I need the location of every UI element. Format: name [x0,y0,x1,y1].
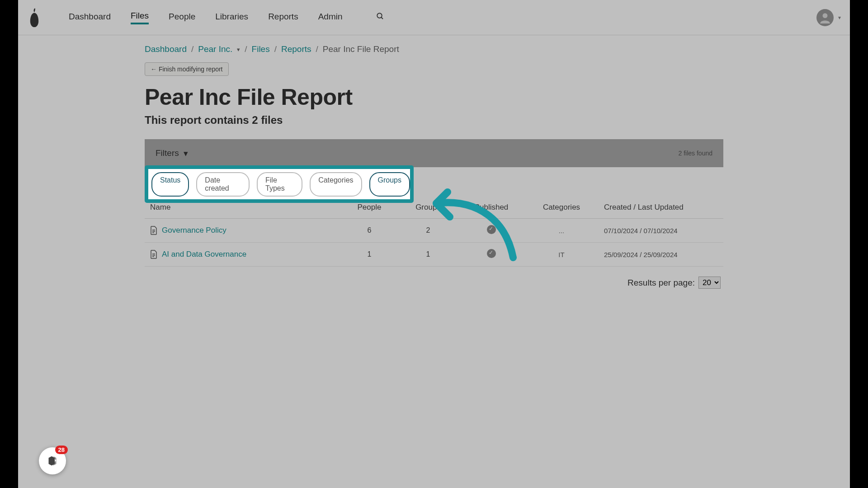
files-found-label: 2 files found [679,150,713,157]
nav-people[interactable]: People [169,12,195,23]
chevron-down-icon: ▾ [838,14,841,21]
cell-dates: 25/09/2024 / 25/09/2024 [598,251,718,258]
crumb-org[interactable]: Pear Inc. [198,44,232,54]
cell-categories: ... [525,227,598,235]
topbar: Dashboard Files People Libraries Reports… [18,0,850,35]
crumb-files[interactable]: Files [252,44,270,54]
svg-point-0 [377,13,382,18]
chevron-down-icon: ▾ [184,148,188,159]
svg-line-1 [381,17,383,19]
page-title: Pear Inc File Report [145,84,723,110]
cell-groups: 1 [399,250,458,258]
chip-status[interactable]: Status [151,172,189,197]
check-icon [487,225,496,234]
nav-admin[interactable]: Admin [318,12,343,23]
file-link[interactable]: AI and Data Governance [162,250,246,259]
chip-categories[interactable]: Categories [310,172,362,197]
check-icon [487,249,496,258]
pager-select[interactable]: 20 [698,277,721,289]
chevron-down-icon[interactable]: ▾ [237,46,240,53]
chip-file-types[interactable]: File Types [257,172,302,197]
table-row: Governance Policy 6 2 ... 07/10/2024 / 0… [145,219,723,243]
cell-people: 1 [340,250,399,258]
nav-libraries[interactable]: Libraries [215,12,248,23]
filters-bar: Filters ▾ 2 files found [145,139,723,167]
logo-pear [27,8,42,27]
nav-dashboard[interactable]: Dashboard [69,12,111,23]
col-categories: Categories [525,203,598,212]
cell-groups: 2 [399,226,458,235]
cell-dates: 07/10/2024 / 07/10/2024 [598,227,718,235]
widget-badge: 28 [55,446,68,454]
page-subtitle: This report contains 2 files [145,114,723,127]
col-dates: Created / Last Updated [598,203,718,212]
cell-categories: IT [525,251,598,258]
finish-modifying-button[interactable]: ← Finish modifying report [145,62,229,76]
cell-published [458,249,525,260]
user-menu[interactable]: ▾ [816,9,841,26]
crumb-dashboard[interactable]: Dashboard [145,44,187,54]
filter-chips-highlight: Status Date created File Types Categorie… [145,165,414,203]
crumb-current: Pear Inc File Report [323,44,399,54]
avatar [816,9,834,26]
breadcrumb: Dashboard / Pear Inc. ▾ / Files / Report… [145,44,723,54]
search-icon[interactable] [376,12,384,23]
table-row: AI and Data Governance 1 1 IT 25/09/2024… [145,243,723,267]
nav-reports[interactable]: Reports [268,12,298,23]
col-people: People [340,203,399,212]
cell-people: 6 [340,226,399,235]
file-link[interactable]: Governance Policy [162,226,226,235]
col-published: Published [458,203,525,212]
file-icon [150,226,157,235]
filter-chips: Status Date created File Types Categorie… [151,172,410,197]
nav-files[interactable]: Files [131,11,149,24]
col-name: Name [150,203,340,212]
filters-toggle[interactable]: Filters ▾ [156,148,188,159]
col-groups: Groups [399,203,458,212]
cell-published [458,225,525,236]
svg-point-2 [823,13,828,18]
pager: Results per page: 20 [145,267,723,299]
nav: Dashboard Files People Libraries Reports… [69,11,384,24]
crumb-reports[interactable]: Reports [281,44,311,54]
file-icon [150,250,157,259]
help-widget[interactable]: 28 [39,447,66,474]
chip-date-created[interactable]: Date created [196,172,250,197]
pager-label: Results per page: [627,278,695,288]
chip-groups[interactable]: Groups [369,172,410,197]
